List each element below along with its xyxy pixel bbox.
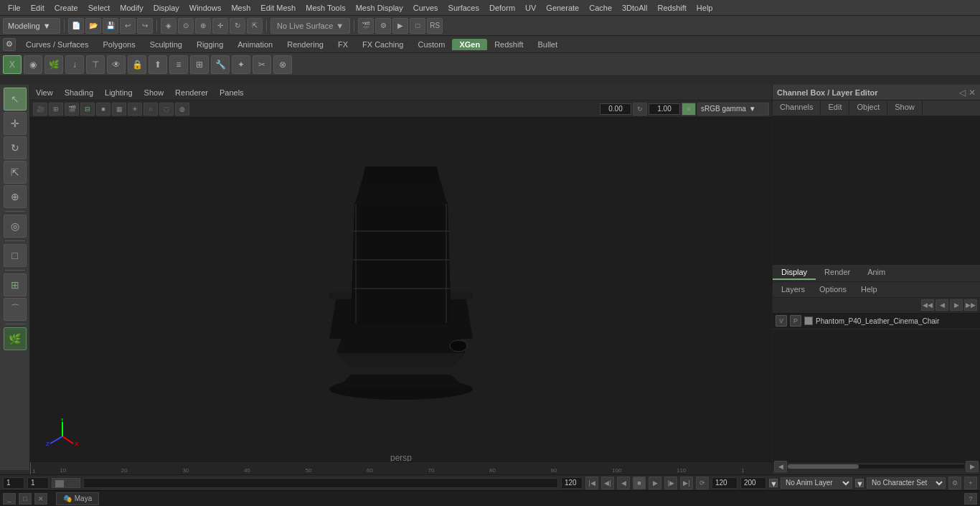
menu-surfaces[interactable]: Surfaces <box>443 2 484 14</box>
select-mode-btn[interactable]: ↖ <box>4 88 27 111</box>
scrollbar-track[interactable] <box>787 464 966 469</box>
xgen-btn-1[interactable]: X <box>3 55 22 74</box>
anim-layer-dropdown[interactable]: No Anim Layer <box>781 477 852 489</box>
xgen-btn-5[interactable]: ⊤ <box>86 55 105 74</box>
menu-edit[interactable]: Edit <box>26 2 50 14</box>
menu-create[interactable]: Create <box>50 2 83 14</box>
xgen-btn-10[interactable]: ⊞ <box>190 55 209 74</box>
xgen-icon-btn[interactable]: 🌿 <box>4 327 27 350</box>
vp-smooth-btn[interactable]: ○ <box>143 103 158 116</box>
xgen-btn-13[interactable]: ✂ <box>253 55 271 74</box>
tab-sculpting[interactable]: Sculpting <box>143 39 189 50</box>
layer-nav-back[interactable]: ◀ <box>936 299 948 311</box>
scroll-left-btn[interactable]: ◀ <box>774 461 787 472</box>
range-thumb[interactable] <box>55 480 64 487</box>
vp-show-menu[interactable]: Show <box>141 88 167 97</box>
range-bar[interactable] <box>83 478 558 488</box>
task-close[interactable]: ✕ <box>34 493 47 505</box>
cb-tab-object[interactable]: Object <box>849 100 887 116</box>
vp-grid-btn[interactable]: ⊞ <box>49 103 63 116</box>
play-fwd-btn[interactable]: ▶ <box>649 477 661 489</box>
rs-btn[interactable]: RS <box>427 18 443 34</box>
vp-camera-btn[interactable]: 🎥 <box>33 103 47 116</box>
snap-to-curve-btn[interactable]: ⌒ <box>4 298 27 321</box>
move-btn[interactable]: ✛ <box>212 18 228 34</box>
vp-film-btn[interactable]: 🎬 <box>65 103 79 116</box>
step-back-btn[interactable]: ◀| <box>601 477 614 489</box>
xgen-btn-12[interactable]: ✦ <box>232 55 250 74</box>
xgen-btn-2[interactable]: ◉ <box>24 55 42 74</box>
menu-redshift[interactable]: Redshift <box>652 2 691 14</box>
vp-tex-btn[interactable]: ▦ <box>112 103 126 116</box>
menu-generate[interactable]: Generate <box>541 2 584 14</box>
save-file-btn[interactable]: 💾 <box>103 18 118 34</box>
task-minimize[interactable]: _ <box>3 493 16 505</box>
tab-animation[interactable]: Animation <box>230 39 280 50</box>
vp-panels-menu[interactable]: Panels <box>217 88 247 97</box>
snap-to-grid-btn[interactable]: ⊞ <box>4 273 27 296</box>
scale-mode-btn[interactable]: ⇱ <box>4 161 27 184</box>
timeline-settings-btn[interactable]: ▼ <box>769 479 778 487</box>
mode-tabs-settings[interactable]: ⚙ <box>3 38 16 51</box>
undo-btn[interactable]: ↩ <box>120 18 136 34</box>
viewport-canvas[interactable]: persp X Y Z <box>30 118 772 470</box>
mode-dropdown[interactable]: Modeling ▼ <box>3 18 60 34</box>
task-maya-item[interactable]: 🎭 Maya <box>56 492 99 505</box>
stop-btn[interactable]: ■ <box>633 477 646 489</box>
help-icon[interactable]: ? <box>964 493 977 505</box>
right-scrollbar[interactable]: ◀ ▶ <box>773 462 980 470</box>
render-btn[interactable]: 🎬 <box>358 18 374 34</box>
open-file-btn[interactable]: 📂 <box>85 18 101 34</box>
display-tab-render[interactable]: Render <box>816 266 859 280</box>
new-file-btn[interactable]: 📄 <box>68 18 84 34</box>
lasso-select-btn[interactable]: ⊙ <box>178 18 194 34</box>
play-back-btn[interactable]: ◀ <box>617 477 630 489</box>
live-surface-btn[interactable]: No Live Surface ▼ <box>270 18 350 34</box>
layers-tab-options[interactable]: Options <box>814 284 852 295</box>
tab-fx[interactable]: FX <box>331 39 355 50</box>
loop-btn[interactable]: ⟳ <box>696 477 709 489</box>
vp-ao-btn[interactable]: ◍ <box>175 103 189 116</box>
playback-end-field[interactable] <box>712 477 738 489</box>
xgen-btn-11[interactable]: 🔧 <box>211 55 230 74</box>
xgen-btn-8[interactable]: ⬆ <box>149 55 167 74</box>
panel-close-btn[interactable]: ✕ <box>969 88 976 98</box>
menu-uv[interactable]: UV <box>520 2 541 14</box>
menu-select[interactable]: Select <box>83 2 116 14</box>
xgen-btn-7[interactable]: 🔒 <box>128 55 146 74</box>
rotate-mode-btn[interactable]: ↻ <box>4 136 27 159</box>
char-set-btn1[interactable]: ⚙ <box>948 477 961 489</box>
select-tool-btn[interactable]: ◈ <box>161 18 176 34</box>
scale-btn[interactable]: ⇱ <box>247 18 263 34</box>
next-key-btn[interactable]: ▶| <box>680 477 693 489</box>
vp-renderer-menu[interactable]: Renderer <box>172 88 211 97</box>
tab-redshift[interactable]: Redshift <box>487 39 530 50</box>
menu-mesh-display[interactable]: Mesh Display <box>351 2 408 14</box>
tab-xgen[interactable]: XGen <box>452 39 487 50</box>
tab-polygons[interactable]: Polygons <box>95 39 142 50</box>
menu-cache[interactable]: Cache <box>584 2 617 14</box>
layer-nav-prev[interactable]: ◀◀ <box>921 299 934 311</box>
layer-visibility-btn[interactable]: V <box>776 315 787 327</box>
rotate-btn[interactable]: ↻ <box>230 18 245 34</box>
ipr-btn[interactable]: ▶ <box>392 18 408 34</box>
display-tab-anim[interactable]: Anim <box>859 266 894 280</box>
char-set-dropdown[interactable]: No Character Set <box>867 477 946 489</box>
vp-solid-btn[interactable]: ■ <box>96 103 110 116</box>
marquee-select-btn[interactable]: □ <box>4 244 27 267</box>
xgen-btn-4[interactable]: ↓ <box>65 55 84 74</box>
xgen-btn-3[interactable]: 🌿 <box>44 55 63 74</box>
camera-scale-field[interactable] <box>649 103 680 115</box>
layers-tab-layers[interactable]: Layers <box>776 284 811 295</box>
vp-light-btn[interactable]: ☀ <box>128 103 142 116</box>
layer-nav-next[interactable]: ▶▶ <box>964 299 977 311</box>
menu-file[interactable]: File <box>3 2 26 14</box>
cb-tab-channels[interactable]: Channels <box>773 100 821 116</box>
scroll-right-btn[interactable]: ▶ <box>966 461 979 472</box>
menu-deform[interactable]: Deform <box>484 2 520 14</box>
task-restore[interactable]: □ <box>19 493 32 505</box>
layers-tab-help[interactable]: Help <box>855 284 883 295</box>
menu-3dtoa[interactable]: 3DtoAll <box>617 2 652 14</box>
xgen-btn-9[interactable]: ≡ <box>169 55 188 74</box>
menu-help[interactable]: Help <box>692 2 718 14</box>
